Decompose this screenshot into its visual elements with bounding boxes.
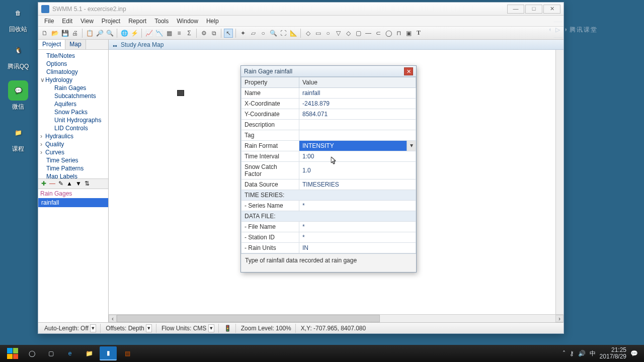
start-button[interactable]	[4, 346, 21, 360]
find-icon[interactable]: 🔎	[95, 29, 104, 38]
system-tray[interactable]: ˄ ⚷ 🔊 中 21:25 2017/8/29 💬	[562, 347, 641, 360]
select-tool-icon[interactable]: ↖	[224, 29, 233, 38]
stats-icon[interactable]: ≡	[175, 29, 184, 38]
extent-icon[interactable]: ⛶	[279, 29, 288, 38]
prop-units-value[interactable]: IN	[299, 243, 416, 253]
minimize-button[interactable]: —	[507, 5, 524, 14]
prop-tag-value[interactable]	[299, 130, 416, 141]
tree-rain-gages[interactable]: Rain Gages	[39, 84, 107, 92]
tab-project[interactable]: Project	[38, 40, 65, 49]
menu-report[interactable]: Report	[124, 17, 150, 26]
desktop-icon-folder[interactable]: 📁 课程	[3, 123, 33, 153]
cortana-icon[interactable]: ◯	[23, 346, 40, 360]
down-icon[interactable]: ▼	[75, 180, 82, 187]
globe-icon[interactable]: 🌐	[120, 29, 129, 38]
vertex-icon[interactable]: ✦	[238, 29, 248, 38]
prop-name-value[interactable]: rainfall	[299, 88, 416, 99]
tree-snow-packs[interactable]: Snow Packs	[39, 108, 107, 116]
storage-tool-icon[interactable]: ▢	[354, 29, 363, 38]
tree-unit-hydrographs[interactable]: Unit Hydrographs	[39, 116, 107, 124]
add-icon[interactable]: ✚	[41, 180, 46, 187]
prop-series-value[interactable]: *	[299, 201, 416, 211]
map-title-bar[interactable]: ▪▪ Study Area Map	[109, 40, 564, 50]
menu-help[interactable]: Help	[202, 17, 223, 26]
menu-tools[interactable]: Tools	[150, 17, 173, 26]
conduit-tool-icon[interactable]: —	[364, 29, 373, 38]
project-tree[interactable]: Title/Notes Options Climatology ∨Hydrolo…	[38, 50, 108, 179]
prop-station-value[interactable]: *	[299, 232, 416, 243]
tree-hydraulics[interactable]: ›Hydraulics	[39, 132, 107, 140]
network-icon[interactable]: ⚷	[570, 350, 574, 357]
maximize-button[interactable]: □	[525, 5, 542, 14]
outlet-tool-icon[interactable]: ▣	[404, 29, 413, 38]
print-icon[interactable]: 🖨	[70, 29, 79, 38]
menu-view[interactable]: View	[76, 17, 98, 26]
titlebar[interactable]: SWMM 5.1 - excercise2.inp — □ ✕	[38, 3, 564, 16]
dropdown-icon[interactable]: ▾	[90, 324, 96, 332]
expand-icon[interactable]: ›	[40, 133, 45, 140]
taskview-icon[interactable]: ▢	[42, 346, 59, 360]
tree-hydrology[interactable]: ∨Hydrology	[39, 76, 107, 84]
desktop-icon-recycle[interactable]: 🗑 回收站	[3, 3, 33, 34]
explorer-icon[interactable]: 📁	[80, 346, 98, 360]
taskbar[interactable]: ◯ ▢ e 📁 ▮ ▤ ˄ ⚷ 🔊 中 21:25 2017/8/29 💬	[0, 345, 644, 362]
orifice-tool-icon[interactable]: ◯	[384, 29, 393, 38]
region-icon[interactable]: ▱	[249, 29, 258, 38]
dialog-titlebar[interactable]: Rain Gage rainfall ✕	[241, 66, 416, 77]
outfall-tool-icon[interactable]: ▽	[334, 29, 343, 38]
prop-x-value[interactable]: -2418.879	[299, 99, 416, 109]
tree-title-notes[interactable]: Title/Notes	[39, 52, 107, 60]
status-offsets[interactable]: Offsets: Depth ▾	[102, 324, 156, 333]
tree-time-patterns[interactable]: Time Patterns	[39, 164, 107, 172]
menu-file[interactable]: File	[40, 17, 58, 26]
divider-tool-icon[interactable]: ◇	[344, 29, 353, 38]
status-flow-units[interactable]: Flow Units: CMS ▾	[157, 324, 219, 333]
dialog-close-button[interactable]: ✕	[404, 67, 413, 75]
tray-up-icon[interactable]: ˄	[562, 350, 566, 357]
options-icon[interactable]: ⚙	[199, 29, 208, 38]
measure-icon[interactable]: 📐	[289, 29, 298, 38]
vertical-scrollbar[interactable]	[555, 50, 564, 314]
pump-tool-icon[interactable]: ⊂	[374, 29, 383, 38]
menu-project[interactable]: Project	[98, 17, 124, 26]
ie-icon[interactable]: e	[61, 346, 78, 360]
profile-icon[interactable]: 📈	[144, 29, 153, 38]
dropdown-icon[interactable]: ▾	[407, 141, 416, 151]
menu-edit[interactable]: Edit	[58, 17, 76, 26]
weir-tool-icon[interactable]: ⊓	[394, 29, 403, 38]
prop-desc-value[interactable]	[299, 120, 416, 130]
scroll-left-icon[interactable]: ‹	[109, 315, 117, 322]
swmm-taskbar-icon[interactable]: ▮	[100, 346, 117, 360]
close-button[interactable]: ✕	[543, 5, 560, 14]
table-icon[interactable]: ▦	[165, 29, 174, 38]
expand-icon[interactable]: ›	[40, 149, 45, 156]
run-icon[interactable]: ⚡	[130, 29, 139, 38]
prop-rainformat-value[interactable]: INTENSITY▾	[299, 141, 416, 151]
scroll-thumb[interactable]	[117, 315, 380, 322]
status-auto-length[interactable]: Auto-Length: Off ▾	[40, 324, 101, 333]
tree-quality[interactable]: ›Quality	[39, 140, 107, 148]
zoomin-icon[interactable]: 🔍	[269, 29, 278, 38]
tree-lid-controls[interactable]: LID Controls	[39, 124, 107, 132]
volume-icon[interactable]: 🔊	[578, 350, 586, 357]
tree-aquifers[interactable]: Aquifers	[39, 100, 107, 108]
desktop-icon-qq[interactable]: 🐧 腾讯QQ	[3, 40, 33, 71]
object-item-rainfall[interactable]: rainfall	[38, 198, 108, 207]
raingage-tool-icon[interactable]: ◇	[303, 29, 312, 38]
tree-climatology[interactable]: Climatology	[39, 68, 107, 76]
ime-icon[interactable]: 中	[590, 349, 596, 358]
rain-gage-dialog[interactable]: Rain Gage rainfall ✕ PropertyValue Namer…	[240, 65, 417, 273]
up-icon[interactable]: ▲	[66, 180, 72, 187]
query-icon[interactable]: 🔍	[105, 29, 114, 38]
expand-icon[interactable]: ›	[40, 141, 45, 148]
clock[interactable]: 21:25 2017/8/29	[600, 347, 626, 360]
notifications-icon[interactable]: 💬	[630, 350, 638, 357]
copy-icon[interactable]: 📋	[85, 29, 94, 38]
prop-snow-value[interactable]: 1.0	[299, 162, 416, 179]
property-grid[interactable]: PropertyValue Namerainfall X-Coordinate-…	[241, 77, 416, 253]
scroll-right-icon[interactable]: ›	[555, 315, 564, 322]
sum-icon[interactable]: Σ	[185, 29, 194, 38]
object-list[interactable]: rainfall	[38, 198, 108, 323]
rain-gage-node[interactable]	[177, 90, 184, 96]
label-tool-icon[interactable]: T	[414, 29, 423, 38]
